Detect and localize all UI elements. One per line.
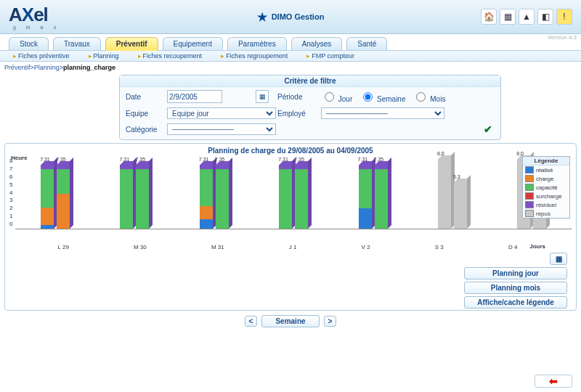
date-input[interactable] [167,90,222,103]
cube-icon[interactable]: ◧ [537,9,553,25]
employe-label: Employé [277,110,320,118]
tab-travaux[interactable]: Travaux [53,37,101,50]
home-icon[interactable]: 🏠 [481,9,497,25]
star-icon: ★ [257,10,267,24]
sub-tabs: ▸Fiches préventive▸Planning▸Fiches recou… [0,50,581,62]
bar[interactable]: 7.35 [57,165,70,229]
day-group: 7.317.35 [41,165,70,229]
day-group: 7.317.35 [359,165,388,229]
planning-mois-button[interactable]: Planning mois [464,282,567,294]
chart-title: Planning de charge du 29/08/2005 au 04/0… [9,147,572,155]
chart-plot: 7.317.357.317.357.317.357.317.357.317.35… [15,159,572,229]
calendar-icon[interactable]: ▦ [256,90,269,103]
subtab[interactable]: ▸Fiches recoupement [138,52,203,60]
day-group: 8.05.3 [438,159,467,229]
day-group: 7.317.35 [200,165,229,229]
equipe-label: Equipe [126,110,166,118]
employe-select[interactable]: ──────────── [321,107,444,119]
chart-container: Planning de charge du 29/08/2005 au 04/0… [4,143,577,311]
filter-panel: Critère de filtre Date ▦ Période Jour Se… [119,75,501,140]
legend-item: charge [523,174,569,183]
back-arrow-button[interactable]: ⬅ [535,375,572,388]
prev-week-button[interactable]: < [245,316,258,327]
tab-stock[interactable]: Stock [9,37,49,50]
toolbar-icons: 🏠 ▦ ▲ ◧ ! [481,9,572,25]
bar[interactable]: 7.35 [375,165,388,229]
filter-title: Critère de filtre [120,75,500,87]
breadcrumb: Préventif>Planning>planning_charge [0,62,581,73]
categorie-select[interactable]: ──────────── [167,123,276,135]
tab-paramètres[interactable]: Paramètres [227,37,287,50]
bar[interactable]: 7.31 [120,165,133,229]
bar[interactable]: 5.3 [454,182,467,229]
day-group: 7.317.35 [279,165,308,229]
blocks-icon[interactable]: ▦ [500,9,516,25]
apply-filter-icon[interactable]: ✔ [482,124,495,134]
chart-legend: Légende réaliséchargecapacitésurchargeré… [522,156,570,219]
periode-jour[interactable]: Jour [321,90,352,103]
bar[interactable]: 7.35 [136,165,149,229]
subtab[interactable]: ▸Fiches regroupement [221,52,288,60]
toggle-legend-button[interactable]: Affiche/cache légende [464,296,567,309]
bar[interactable]: 7.31 [41,165,54,229]
legend-item: résiduel [523,200,569,209]
top-banner: AXel g m a o ★ DIMO Gestion 🏠 ▦ ▲ ◧ ! Ve… [0,0,581,34]
y-axis: 876543210 [9,158,12,227]
next-week-button[interactable]: > [324,316,337,327]
week-nav: < Semaine > [0,315,581,327]
legend-item: réalisé [523,166,569,174]
week-label[interactable]: Semaine [261,315,319,327]
calendar-button[interactable]: ▦ [550,253,567,265]
periode-mois[interactable]: Mois [413,90,445,103]
subtab[interactable]: ▸FMP compteur [306,52,354,60]
bar[interactable]: 7.31 [200,165,213,229]
tab-santé[interactable]: Santé [346,37,387,50]
bar[interactable]: 7.35 [216,165,229,229]
legend-item: repos [523,209,569,218]
day-group: 7.317.35 [120,165,149,229]
periode-radios: Jour Semaine Mois [321,90,495,103]
version-label: Version 4.3 [548,34,577,41]
tab-préventif[interactable]: Préventif [105,37,158,50]
equipe-select[interactable]: Equipe jour [167,107,276,119]
brand-center: ★ DIMO Gestion [257,10,325,24]
legend-item: capacité [523,183,569,192]
planning-jour-button[interactable]: Planning jour [464,267,567,279]
tab-analyses[interactable]: Analyses [291,37,343,50]
legend-item: surcharge [523,192,569,200]
periode-label: Période [277,93,320,101]
tab-equipement[interactable]: Equipement [163,37,223,50]
bar[interactable]: 7.31 [359,165,372,229]
cone-icon[interactable]: ▲ [519,9,535,25]
logo: AXel g m a o [9,4,60,30]
bar[interactable]: 7.31 [279,165,292,229]
arrow-left-icon: ⬅ [549,375,558,387]
bar[interactable]: 7.35 [295,165,308,229]
main-tabs: StockTravauxPréventifEquipementParamètre… [0,34,581,50]
bar[interactable]: 8.0 [438,159,451,229]
periode-semaine[interactable]: Semaine [359,90,405,103]
warn-icon[interactable]: ! [556,9,572,25]
categorie-label: Catégorie [126,126,166,134]
subtab[interactable]: ▸Fiches préventive [13,52,70,60]
subtab[interactable]: ▸Planning [89,52,119,60]
date-label: Date [126,93,166,101]
